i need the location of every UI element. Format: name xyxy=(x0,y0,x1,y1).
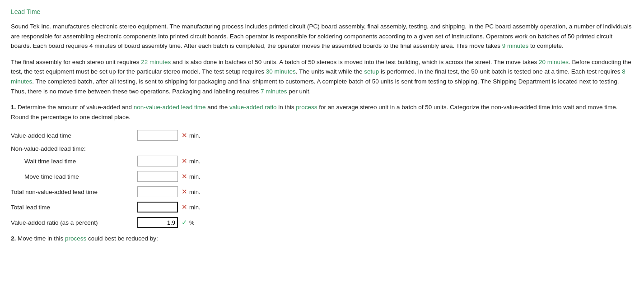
wait-time-x-icon: ✕ xyxy=(182,157,187,165)
nva-section-label: Non-value-added lead time: xyxy=(11,145,633,152)
total-lead-time-x-icon: ✕ xyxy=(182,203,187,211)
total-nva-unit: min. xyxy=(189,189,201,195)
value-added-lead-time-x-icon: ✕ xyxy=(182,131,187,139)
form-section: Value-added lead time ✕ min. Non-value-a… xyxy=(11,130,633,228)
total-nva-input[interactable] xyxy=(137,186,178,197)
q2-text: Move time in this process could best be … xyxy=(18,235,158,242)
paragraph-2: The final assembly for each stereo unit … xyxy=(11,57,633,96)
value-added-lead-time-label: Value-added lead time xyxy=(11,132,137,139)
page-title: Lead Time xyxy=(11,8,633,15)
value-added-lead-time-unit: min. xyxy=(189,132,201,139)
total-lead-time-input[interactable] xyxy=(137,202,178,213)
q2-number: 2. xyxy=(11,235,16,242)
paragraph-1: Sound Tek Inc. manufactures electronic s… xyxy=(11,22,633,51)
value-added-lead-time-row: Value-added lead time ✕ min. xyxy=(11,130,633,141)
move-time-row: Move time lead time ✕ min. xyxy=(11,171,633,182)
total-lead-time-label: Total lead time xyxy=(11,204,137,211)
va-ratio-label: Value-added ratio (as a percent) xyxy=(11,219,137,226)
q1-number: 1. xyxy=(11,104,16,111)
question-2: 2. Move time in this process could best … xyxy=(11,235,633,242)
va-ratio-unit: % xyxy=(189,219,195,226)
paragraph-1-text: Sound Tek Inc. manufactures electronic s… xyxy=(11,23,631,49)
move-time-x-icon: ✕ xyxy=(182,172,187,180)
wait-time-row: Wait time lead time ✕ min. xyxy=(11,156,633,166)
move-time-unit: min. xyxy=(189,173,201,180)
wait-time-label: Wait time lead time xyxy=(11,158,137,165)
q1-text: Determine the amount of value-added and … xyxy=(11,104,617,120)
wait-time-unit: min. xyxy=(189,158,201,165)
question-2-section: 2. Move time in this process could best … xyxy=(11,235,633,242)
va-ratio-input[interactable] xyxy=(137,217,178,228)
total-lead-time-row: Total lead time ✕ min. xyxy=(11,202,633,213)
total-nva-label: Total non-value-added lead time xyxy=(11,189,137,195)
va-ratio-row: Value-added ratio (as a percent) ✓ % xyxy=(11,217,633,228)
total-lead-time-unit: min. xyxy=(189,204,201,211)
question-1: 1. Determine the amount of value-added a… xyxy=(11,102,633,122)
move-time-label: Move time lead time xyxy=(11,173,137,180)
value-added-lead-time-input[interactable] xyxy=(137,130,178,141)
total-nva-row: Total non-value-added lead time ✕ min. xyxy=(11,186,633,197)
va-ratio-check-icon: ✓ xyxy=(182,218,187,226)
wait-time-input[interactable] xyxy=(137,156,178,166)
move-time-input[interactable] xyxy=(137,171,178,182)
total-nva-x-icon: ✕ xyxy=(182,188,187,196)
